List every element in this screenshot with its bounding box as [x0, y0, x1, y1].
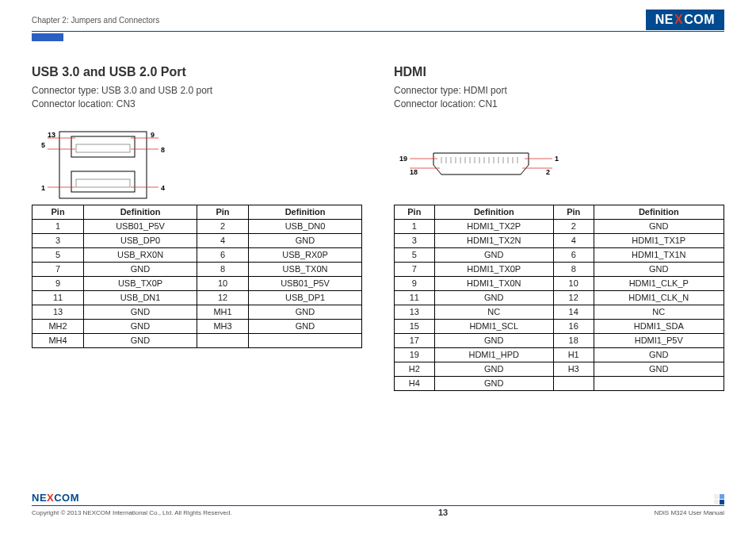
table-cell: 10: [553, 276, 594, 290]
table-cell: GND: [249, 319, 362, 333]
col-header: Pin: [553, 205, 594, 219]
table-cell: MH2: [32, 319, 84, 333]
table-cell: 11: [32, 290, 84, 305]
table-row: 13GNDMH1GND: [32, 305, 362, 319]
brand-x-icon: X: [674, 13, 683, 27]
table-cell: [197, 333, 248, 347]
table-row: 9USB_TX0P10USB01_P5V: [32, 276, 362, 290]
page-number: 13: [438, 508, 448, 517]
table-cell: 8: [197, 262, 248, 276]
table-row: 9HDMI1_TX0N10HDMI1_CLK_P: [395, 276, 724, 290]
svg-rect-0: [59, 132, 147, 198]
svg-text:8: 8: [161, 146, 165, 154]
table-row: H4GND: [395, 376, 724, 390]
table-cell: [594, 376, 724, 390]
hdmi-pin-table: PinDefinitionPinDefinition 1HDMI1_TX2P2G…: [394, 205, 724, 391]
table-row: MH2GNDMH3GND: [32, 319, 362, 333]
table-row: 19HDMI1_HPDH1GND: [395, 347, 724, 362]
table-cell: 4: [197, 233, 248, 247]
table-cell: USB01_P5V: [84, 219, 197, 233]
table-cell: HDMI1_TX1N: [594, 247, 724, 262]
table-cell: 17: [395, 333, 435, 347]
svg-text:13: 13: [48, 131, 55, 139]
table-cell: HDMI1_CLK_P: [594, 276, 724, 290]
table-cell: 13: [32, 305, 84, 319]
svg-text:4: 4: [161, 184, 165, 192]
table-row: 11GND12HDMI1_CLK_N: [395, 290, 724, 305]
table-cell: 1: [32, 219, 84, 233]
table-cell: GND: [594, 362, 724, 376]
col-header: Definition: [434, 205, 553, 219]
table-row: 13NC14NC: [395, 305, 724, 319]
copyright-text: Copyright © 2013 NEXCOM International Co…: [32, 509, 232, 516]
table-cell: GND: [84, 319, 197, 333]
table-cell: 2: [553, 219, 594, 233]
table-cell: GND: [594, 219, 724, 233]
table-cell: GND: [594, 262, 724, 276]
usb-diagram: 13 9 5 8 1 4: [32, 125, 362, 205]
table-cell: 7: [32, 262, 84, 276]
hdmi-conn-loc: Connector location: CN1: [394, 98, 724, 111]
table-cell: 9: [395, 276, 435, 290]
manual-name: NDiS M324 User Manual: [655, 509, 724, 516]
svg-text:9: 9: [151, 131, 155, 139]
col-header: Pin: [395, 205, 435, 219]
table-cell: 4: [553, 233, 594, 247]
table-row: 11USB_DN112USB_DP1: [32, 290, 362, 305]
usb-heading: USB 3.0 and USB 2.0 Port: [32, 65, 362, 79]
table-cell: MH3: [197, 319, 248, 333]
table-cell: MH1: [197, 305, 248, 319]
table-cell: GND: [249, 233, 362, 247]
table-cell: USB_DP1: [249, 290, 362, 305]
table-cell: HDMI1_P5V: [594, 333, 724, 347]
usb-pin-table: PinDefinitionPinDefinition 1USB01_P5V2US…: [32, 205, 362, 348]
table-row: 7GND8USB_TX0N: [32, 262, 362, 276]
table-cell: H3: [553, 362, 594, 376]
table-row: 17GND18HDMI1_P5V: [395, 333, 724, 347]
table-cell: HDMI1_TX0P: [434, 262, 553, 276]
table-cell: GND: [434, 376, 553, 390]
table-cell: GND: [84, 333, 197, 347]
table-cell: GND: [434, 290, 553, 305]
table-cell: 9: [32, 276, 84, 290]
usb-conn-loc: Connector location: CN3: [32, 98, 362, 111]
table-cell: USB_TX0N: [249, 262, 362, 276]
svg-text:1: 1: [555, 155, 559, 163]
svg-text:18: 18: [410, 168, 418, 176]
brand-logo: NEXCOM: [646, 10, 724, 30]
table-cell: HDMI1_TX1P: [594, 233, 724, 247]
table-row: MH4GND: [32, 333, 362, 347]
table-cell: GND: [84, 262, 197, 276]
table-row: 1USB01_P5V2USB_DN0: [32, 219, 362, 233]
table-cell: 5: [395, 247, 435, 262]
table-cell: HDMI1_TX2P: [434, 219, 553, 233]
accent-block: [32, 33, 63, 41]
table-cell: NC: [594, 305, 724, 319]
table-cell: 15: [395, 319, 435, 333]
table-row: 7HDMI1_TX0P8GND: [395, 262, 724, 276]
table-cell: HDMI1_TX2N: [434, 233, 553, 247]
col-header: Definition: [249, 205, 362, 219]
table-cell: H1: [553, 347, 594, 362]
table-row: 5GND6HDMI1_TX1N: [395, 247, 724, 262]
hdmi-conn-type: Connector type: HDMI port: [394, 84, 724, 98]
table-cell: GND: [594, 347, 724, 362]
table-cell: 19: [395, 347, 435, 362]
table-cell: 10: [197, 276, 248, 290]
table-cell: 2: [197, 219, 248, 233]
svg-rect-1: [71, 136, 135, 157]
table-cell: MH4: [32, 333, 84, 347]
table-cell: 6: [553, 247, 594, 262]
table-row: 3USB_DP04GND: [32, 233, 362, 247]
table-cell: 7: [395, 262, 435, 276]
table-cell: GND: [434, 333, 553, 347]
table-row: 3HDMI1_TX2N4HDMI1_TX1P: [395, 233, 724, 247]
table-cell: 11: [395, 290, 435, 305]
col-header: Definition: [594, 205, 724, 219]
hdmi-diagram: 19 1 18 2: [394, 125, 724, 205]
table-cell: HDMI1_TX0N: [434, 276, 553, 290]
svg-rect-2: [76, 144, 130, 152]
table-row: 5USB_RX0N6USB_RX0P: [32, 247, 362, 262]
table-cell: GND: [84, 305, 197, 319]
table-row: 15HDMI1_SCL16HDMI1_SDA: [395, 319, 724, 333]
